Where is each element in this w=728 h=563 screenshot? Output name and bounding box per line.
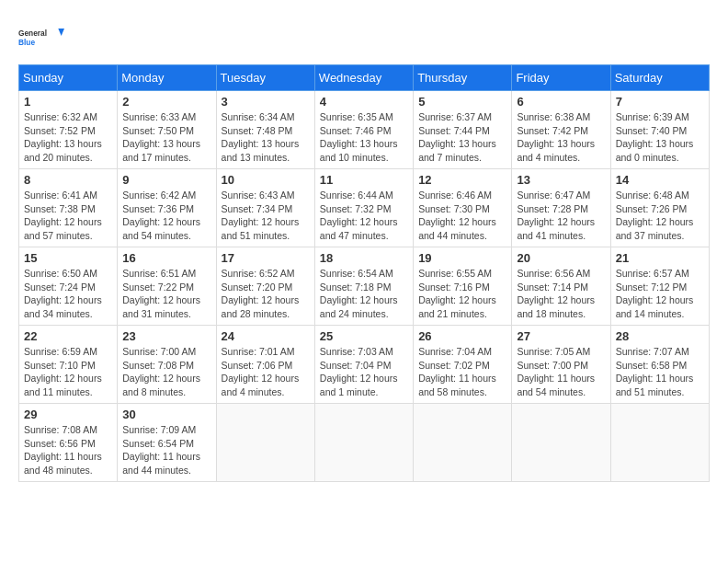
empty-cell xyxy=(610,404,709,482)
calendar-week-row: 15 Sunrise: 6:50 AM Sunset: 7:24 PM Dayl… xyxy=(19,247,710,326)
day-info: Sunrise: 6:54 AM Sunset: 7:18 PM Dayligh… xyxy=(320,267,408,321)
day-info: Sunrise: 6:37 AM Sunset: 7:44 PM Dayligh… xyxy=(418,110,506,165)
day-info: Sunrise: 6:48 AM Sunset: 7:26 PM Dayligh… xyxy=(616,189,704,243)
logo-svg: General Blue xyxy=(18,18,64,55)
day-number: 26 xyxy=(418,329,506,343)
day-number: 15 xyxy=(24,251,112,265)
day-info: Sunrise: 6:47 AM Sunset: 7:28 PM Dayligh… xyxy=(517,189,605,243)
day-number: 28 xyxy=(616,329,704,343)
day-number: 17 xyxy=(222,251,310,265)
day-info: Sunrise: 6:51 AM Sunset: 7:22 PM Dayligh… xyxy=(122,267,210,321)
day-number: 1 xyxy=(24,95,112,109)
empty-cell xyxy=(314,404,413,482)
day-info: Sunrise: 6:34 AM Sunset: 7:48 PM Dayligh… xyxy=(222,110,310,165)
day-info: Sunrise: 6:46 AM Sunset: 7:30 PM Dayligh… xyxy=(418,189,506,243)
day-cell: 18 Sunrise: 6:54 AM Sunset: 7:18 PM Dayl… xyxy=(314,247,413,326)
day-cell: 22 Sunrise: 6:59 AM Sunset: 7:10 PM Dayl… xyxy=(19,326,118,404)
day-info: Sunrise: 6:56 AM Sunset: 7:14 PM Dayligh… xyxy=(517,267,605,321)
day-number: 22 xyxy=(24,329,112,343)
day-info: Sunrise: 6:43 AM Sunset: 7:34 PM Dayligh… xyxy=(222,189,310,243)
day-cell: 7 Sunrise: 6:39 AM Sunset: 7:40 PM Dayli… xyxy=(610,91,709,169)
day-number: 5 xyxy=(418,95,506,109)
header-friday: Friday xyxy=(512,65,610,91)
day-cell: 6 Sunrise: 6:38 AM Sunset: 7:42 PM Dayli… xyxy=(512,91,610,169)
day-number: 19 xyxy=(418,251,506,265)
empty-cell xyxy=(512,404,610,482)
empty-cell xyxy=(414,404,512,482)
calendar-week-row: 22 Sunrise: 6:59 AM Sunset: 7:10 PM Dayl… xyxy=(19,326,710,404)
day-number: 21 xyxy=(616,251,704,265)
day-number: 11 xyxy=(320,173,408,187)
day-number: 2 xyxy=(122,95,210,109)
day-cell: 28 Sunrise: 7:07 AM Sunset: 6:58 PM Dayl… xyxy=(610,326,709,404)
day-number: 20 xyxy=(517,251,605,265)
day-number: 3 xyxy=(222,95,310,109)
day-info: Sunrise: 7:04 AM Sunset: 7:02 PM Dayligh… xyxy=(418,345,506,399)
calendar-week-row: 8 Sunrise: 6:41 AM Sunset: 7:38 PM Dayli… xyxy=(19,169,710,247)
day-cell: 3 Sunrise: 6:34 AM Sunset: 7:48 PM Dayli… xyxy=(216,91,314,169)
day-cell: 20 Sunrise: 6:56 AM Sunset: 7:14 PM Dayl… xyxy=(512,247,610,326)
day-info: Sunrise: 7:09 AM Sunset: 6:54 PM Dayligh… xyxy=(122,423,210,477)
day-cell: 11 Sunrise: 6:44 AM Sunset: 7:32 PM Dayl… xyxy=(314,169,413,247)
day-cell: 9 Sunrise: 6:42 AM Sunset: 7:36 PM Dayli… xyxy=(118,169,216,247)
day-info: Sunrise: 6:44 AM Sunset: 7:32 PM Dayligh… xyxy=(320,189,408,243)
day-number: 14 xyxy=(616,173,704,187)
calendar-week-row: 29 Sunrise: 7:08 AM Sunset: 6:56 PM Dayl… xyxy=(19,404,710,482)
day-cell: 19 Sunrise: 6:55 AM Sunset: 7:16 PM Dayl… xyxy=(414,247,512,326)
day-info: Sunrise: 6:59 AM Sunset: 7:10 PM Dayligh… xyxy=(24,345,112,399)
day-number: 9 xyxy=(122,173,210,187)
day-info: Sunrise: 6:52 AM Sunset: 7:20 PM Dayligh… xyxy=(222,267,310,321)
svg-text:General: General xyxy=(18,29,47,38)
day-info: Sunrise: 6:50 AM Sunset: 7:24 PM Dayligh… xyxy=(24,267,112,321)
day-number: 24 xyxy=(222,329,310,343)
calendar-week-row: 1 Sunrise: 6:32 AM Sunset: 7:52 PM Dayli… xyxy=(19,91,710,169)
header-monday: Monday xyxy=(118,65,216,91)
day-number: 13 xyxy=(517,173,605,187)
day-number: 12 xyxy=(418,173,506,187)
header-wednesday: Wednesday xyxy=(314,65,413,91)
day-number: 23 xyxy=(122,329,210,343)
day-number: 16 xyxy=(122,251,210,265)
day-cell: 24 Sunrise: 7:01 AM Sunset: 7:06 PM Dayl… xyxy=(216,326,314,404)
day-cell: 10 Sunrise: 6:43 AM Sunset: 7:34 PM Dayl… xyxy=(216,169,314,247)
svg-marker-2 xyxy=(58,29,64,36)
day-number: 8 xyxy=(24,173,112,187)
day-info: Sunrise: 7:07 AM Sunset: 6:58 PM Dayligh… xyxy=(616,345,704,399)
day-info: Sunrise: 7:00 AM Sunset: 7:08 PM Dayligh… xyxy=(122,345,210,399)
svg-text:Blue: Blue xyxy=(18,38,35,47)
header-saturday: Saturday xyxy=(610,65,709,91)
day-number: 18 xyxy=(320,251,408,265)
day-cell: 14 Sunrise: 6:48 AM Sunset: 7:26 PM Dayl… xyxy=(610,169,709,247)
day-info: Sunrise: 7:05 AM Sunset: 7:00 PM Dayligh… xyxy=(517,345,605,399)
day-cell: 2 Sunrise: 6:33 AM Sunset: 7:50 PM Dayli… xyxy=(118,91,216,169)
day-cell: 12 Sunrise: 6:46 AM Sunset: 7:30 PM Dayl… xyxy=(414,169,512,247)
day-cell: 29 Sunrise: 7:08 AM Sunset: 6:56 PM Dayl… xyxy=(19,404,118,482)
calendar-header-row: Sunday Monday Tuesday Wednesday Thursday… xyxy=(19,65,710,91)
day-info: Sunrise: 6:32 AM Sunset: 7:52 PM Dayligh… xyxy=(24,110,112,165)
day-info: Sunrise: 6:41 AM Sunset: 7:38 PM Dayligh… xyxy=(24,189,112,243)
day-number: 30 xyxy=(122,408,210,421)
day-number: 4 xyxy=(320,95,408,109)
day-info: Sunrise: 7:01 AM Sunset: 7:06 PM Dayligh… xyxy=(222,345,310,399)
day-cell: 23 Sunrise: 7:00 AM Sunset: 7:08 PM Dayl… xyxy=(118,326,216,404)
logo: General Blue xyxy=(18,18,64,55)
day-cell: 21 Sunrise: 6:57 AM Sunset: 7:12 PM Dayl… xyxy=(610,247,709,326)
day-cell: 17 Sunrise: 6:52 AM Sunset: 7:20 PM Dayl… xyxy=(216,247,314,326)
day-info: Sunrise: 6:55 AM Sunset: 7:16 PM Dayligh… xyxy=(418,267,506,321)
calendar-table: Sunday Monday Tuesday Wednesday Thursday… xyxy=(18,64,710,482)
day-number: 6 xyxy=(517,95,605,109)
empty-cell xyxy=(216,404,314,482)
day-number: 27 xyxy=(517,329,605,343)
day-info: Sunrise: 7:03 AM Sunset: 7:04 PM Dayligh… xyxy=(320,345,408,399)
day-cell: 5 Sunrise: 6:37 AM Sunset: 7:44 PM Dayli… xyxy=(414,91,512,169)
day-number: 25 xyxy=(320,329,408,343)
day-info: Sunrise: 6:33 AM Sunset: 7:50 PM Dayligh… xyxy=(122,110,210,165)
day-cell: 16 Sunrise: 6:51 AM Sunset: 7:22 PM Dayl… xyxy=(118,247,216,326)
day-info: Sunrise: 6:35 AM Sunset: 7:46 PM Dayligh… xyxy=(320,110,408,165)
page-header: General Blue xyxy=(18,18,710,55)
day-info: Sunrise: 6:38 AM Sunset: 7:42 PM Dayligh… xyxy=(517,110,605,165)
day-cell: 1 Sunrise: 6:32 AM Sunset: 7:52 PM Dayli… xyxy=(19,91,118,169)
day-cell: 8 Sunrise: 6:41 AM Sunset: 7:38 PM Dayli… xyxy=(19,169,118,247)
day-info: Sunrise: 6:42 AM Sunset: 7:36 PM Dayligh… xyxy=(122,189,210,243)
day-cell: 27 Sunrise: 7:05 AM Sunset: 7:00 PM Dayl… xyxy=(512,326,610,404)
